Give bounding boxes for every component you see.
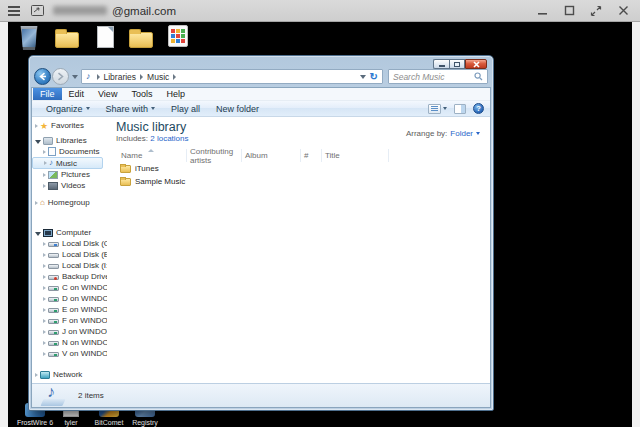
- sidebar-item-favorites[interactable]: ★ Favorites: [32, 120, 107, 131]
- address-dropdown-caret-icon[interactable]: [360, 75, 366, 79]
- sidebar-item-homegroup[interactable]: ⌂ Homegroup: [32, 197, 107, 208]
- expand-icon[interactable]: [43, 319, 46, 323]
- music-library-icon: ♪: [86, 72, 91, 81]
- breadcrumb-arrow-icon[interactable]: [140, 74, 143, 80]
- column-name[interactable]: Name: [112, 149, 187, 162]
- arrange-by-control[interactable]: Arrange by: Folder: [406, 129, 480, 138]
- expand-icon[interactable]: [43, 330, 46, 334]
- desktop-icon-folder-2[interactable]: [126, 26, 156, 48]
- column-album[interactable]: Album: [242, 149, 301, 162]
- column-title[interactable]: Title: [322, 149, 389, 162]
- search-placeholder: Search Music: [393, 72, 445, 82]
- new-folder-button[interactable]: New folder: [208, 104, 267, 114]
- desktop-icon-recycle-bin[interactable]: [14, 26, 44, 50]
- column-track-number[interactable]: #: [301, 149, 322, 162]
- network-drive-icon: [48, 286, 59, 291]
- share-with-button[interactable]: Share with: [98, 104, 164, 114]
- organize-button[interactable]: Organize: [38, 104, 98, 114]
- menu-view[interactable]: View: [91, 88, 124, 100]
- menu-tools[interactable]: Tools: [124, 88, 159, 100]
- preview-pane-button[interactable]: [454, 104, 466, 114]
- menu-file[interactable]: File: [33, 88, 62, 100]
- folder-icon: [120, 178, 131, 186]
- desktop-icon-document[interactable]: [90, 26, 120, 48]
- breadcrumb-arrow-icon[interactable]: [97, 74, 100, 80]
- sidebar-item-computer[interactable]: Computer: [32, 227, 107, 238]
- sidebar-item-documents[interactable]: Documents: [32, 146, 107, 157]
- hamburger-menu-icon[interactable]: [6, 3, 22, 19]
- expand-icon[interactable]: [44, 161, 47, 165]
- file-row-itunes[interactable]: iTunes: [112, 162, 490, 175]
- file-row-sample-music[interactable]: Sample Music: [112, 175, 490, 188]
- collapse-icon[interactable]: [35, 140, 41, 144]
- change-view-button[interactable]: [428, 104, 447, 114]
- desktop-icon-folder-1[interactable]: [52, 26, 82, 48]
- sidebar-item-local-disk-i[interactable]: Local Disk (I:): [32, 260, 107, 271]
- sidebar-item-backup-drive[interactable]: Backup Drive (\\win: [32, 271, 107, 282]
- music-library-large-icon: ♪: [41, 385, 67, 407]
- recent-pages-caret-icon[interactable]: [72, 75, 78, 79]
- sidebar-item-e-on-windows7[interactable]: E on WINDOWS7: [32, 304, 107, 315]
- sidebar-item-d-on-windows7[interactable]: D on WINDOWS7: [32, 293, 107, 304]
- menu-edit[interactable]: Edit: [62, 88, 92, 100]
- breadcrumb-arrow-icon[interactable]: [173, 74, 176, 80]
- documents-icon: [48, 147, 56, 156]
- sidebar-item-f-on-windows7[interactable]: F on WINDOWS7: [32, 315, 107, 326]
- sidebar-item-local-disk-e[interactable]: Local Disk (E:): [32, 249, 107, 260]
- search-input[interactable]: Search Music: [388, 69, 488, 84]
- sidebar-item-videos[interactable]: Videos: [32, 180, 107, 191]
- close-icon[interactable]: [616, 4, 630, 18]
- sidebar-item-pictures[interactable]: Pictures: [32, 169, 107, 180]
- breadcrumb-libraries[interactable]: Libraries: [104, 72, 137, 82]
- forward-button[interactable]: [52, 68, 69, 85]
- refresh-icon[interactable]: ↻: [370, 72, 378, 82]
- expand-icon[interactable]: [35, 373, 38, 377]
- sidebar-item-network[interactable]: Network: [32, 369, 107, 380]
- maximize-icon[interactable]: [562, 4, 576, 18]
- arrange-by-value[interactable]: Folder: [450, 129, 473, 138]
- expand-icon[interactable]: [35, 124, 38, 128]
- expand-icon[interactable]: [43, 352, 46, 356]
- network-drive-icon: [48, 330, 59, 335]
- sidebar-item-n-on-windows7[interactable]: N on WINDOWS7: [32, 337, 107, 348]
- sidebar-item-libraries[interactable]: Libraries: [32, 135, 107, 146]
- computer-icon: [43, 229, 53, 237]
- file-list-pane: Music library Includes: 2 locations Arra…: [107, 117, 490, 383]
- fullscreen-icon[interactable]: [589, 4, 603, 18]
- column-contributing-artists[interactable]: Contributing artists: [187, 149, 242, 162]
- sidebar-item-music[interactable]: ♪ Music: [32, 157, 103, 169]
- expand-icon[interactable]: [43, 184, 46, 188]
- sidebar-item-local-disk-c[interactable]: Local Disk (C:): [32, 238, 107, 249]
- expand-icon[interactable]: [43, 173, 46, 177]
- locations-link[interactable]: 2 locations: [150, 134, 188, 143]
- search-icon: [474, 72, 483, 81]
- expand-icon[interactable]: [43, 150, 46, 154]
- collapse-icon[interactable]: [35, 232, 41, 236]
- expand-icon[interactable]: [43, 275, 46, 279]
- expand-icon[interactable]: [35, 201, 38, 205]
- expand-icon[interactable]: [43, 242, 46, 246]
- libraries-icon: [43, 137, 53, 145]
- account-name-blurred: [53, 6, 107, 15]
- sidebar-item-v-on-windows7[interactable]: V on WINDOWS7: [32, 348, 107, 359]
- expand-icon[interactable]: [43, 297, 46, 301]
- expand-icon[interactable]: [43, 253, 46, 257]
- sidebar-item-c-on-windows7[interactable]: C on WINDOWS7: [32, 282, 107, 293]
- menu-help[interactable]: Help: [159, 88, 192, 100]
- desktop-icon-app-grid[interactable]: [163, 25, 193, 47]
- expand-icon[interactable]: [43, 341, 46, 345]
- back-button[interactable]: [34, 68, 51, 85]
- includes-label: Includes:: [116, 134, 148, 143]
- expand-icon[interactable]: [43, 264, 46, 268]
- expand-icon[interactable]: [43, 286, 46, 290]
- expand-icon[interactable]: [43, 308, 46, 312]
- sidebar-item-j-on-windows7[interactable]: J on WINDOWS7: [32, 326, 107, 337]
- help-icon[interactable]: ?: [473, 103, 484, 114]
- address-bar[interactable]: ♪ Libraries Music ↻: [81, 69, 383, 84]
- file-name: Sample Music: [135, 177, 185, 186]
- explorer-content: ★ Favorites Libraries Documents: [32, 117, 490, 383]
- minimize-icon[interactable]: [535, 4, 549, 18]
- network-drive-icon: [48, 319, 59, 324]
- play-all-button[interactable]: Play all: [163, 104, 208, 114]
- breadcrumb-music[interactable]: Music: [147, 72, 169, 82]
